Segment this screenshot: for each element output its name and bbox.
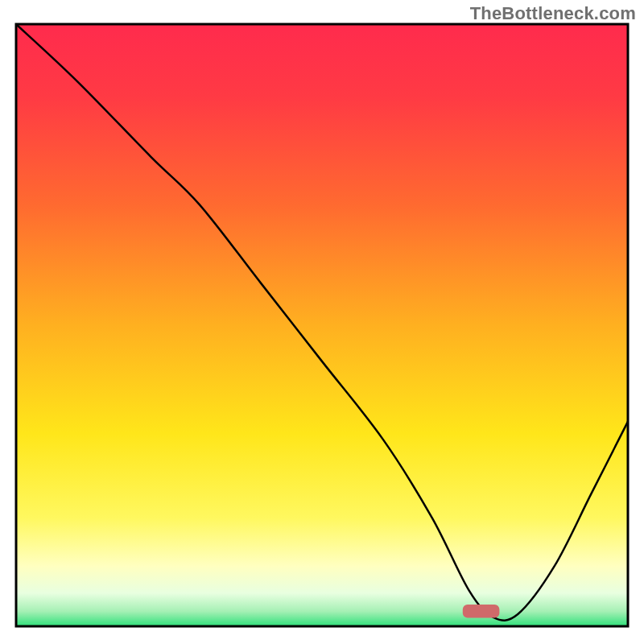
gradient-background — [16, 24, 628, 626]
attribution-label: TheBottleneck.com — [470, 3, 636, 24]
chart-canvas — [0, 0, 644, 644]
plot-area — [16, 24, 628, 626]
bottleneck-chart: TheBottleneck.com — [0, 0, 644, 644]
optimal-marker — [463, 605, 500, 617]
